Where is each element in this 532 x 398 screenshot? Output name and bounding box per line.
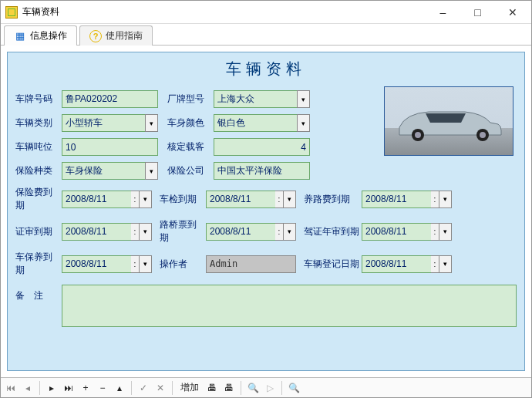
input-operator: Admin [206, 255, 296, 273]
minimize-button[interactable]: – [426, 2, 460, 23]
record-edit-button[interactable]: ▴ [113, 380, 126, 396]
textarea-remark[interactable] [62, 285, 517, 327]
svg-point-3 [480, 132, 486, 138]
tab-info-label: 信息操作 [30, 29, 67, 42]
label-color: 车身颜色 [167, 116, 214, 130]
label-reg-date: 车辆登记日期 [304, 258, 362, 271]
date-lic-due[interactable]: 2008/8/11:▾ [362, 223, 452, 241]
label-cert-due: 证审到期 [15, 225, 62, 238]
info-icon: ▦ [14, 30, 26, 42]
combo-brand[interactable]: 上海大众 ▾ [214, 90, 310, 108]
status-bar: ⏮ ◂ ▸ ⏭ + − ▴ ✓ ✕ 增加 🖶 🖶 🔍 ▷ 🔍 [1, 377, 531, 397]
chevron-down-icon[interactable]: ▾ [297, 90, 310, 108]
label-seats: 核定载客 [167, 140, 214, 153]
tabs: ▦ 信息操作 ? 使用指南 [1, 24, 531, 46]
print-preview-icon[interactable]: 🖶 [222, 381, 236, 395]
nav-prev-button[interactable]: ◂ [21, 380, 35, 396]
combo-color[interactable]: 银白色 ▾ [214, 114, 310, 132]
tab-info[interactable]: ▦ 信息操作 [4, 25, 77, 46]
input-plate[interactable]: 鲁PA020202 [62, 90, 158, 108]
print-icon[interactable]: 🖶 [205, 381, 219, 395]
vehicle-photo [384, 86, 513, 156]
label-road-fee-due: 养路费到期 [304, 193, 362, 206]
help-icon: ? [89, 30, 102, 42]
label-type: 车辆类别 [15, 116, 62, 130]
maximize-button[interactable]: □ [460, 2, 495, 23]
date-check-due[interactable]: 2008/8/11:▾ [206, 191, 296, 208]
play-icon[interactable]: ▷ [263, 381, 277, 395]
chevron-down-icon[interactable]: ▾ [145, 114, 158, 132]
date-reg-date[interactable]: 2008/8/11:▾ [362, 255, 452, 273]
combo-ins-kind[interactable]: 车身保险 ▾ [62, 162, 158, 180]
label-plate: 车牌号码 [15, 93, 62, 106]
input-ins-co[interactable]: 中国太平洋保险 [214, 162, 310, 180]
label-ton: 车辆吨位 [15, 140, 62, 153]
record-delete-button[interactable]: − [96, 380, 109, 396]
add-label: 增加 [177, 381, 202, 394]
nav-last-button[interactable]: ⏭ [62, 380, 76, 396]
label-ins-due: 保险费到期 [15, 186, 62, 212]
date-ins-due[interactable]: 2008/8/11:▾ [62, 191, 152, 208]
label-bridge-due: 路桥票到期 [160, 218, 206, 245]
label-brand: 厂牌型号 [167, 93, 214, 106]
record-commit-button[interactable]: ✓ [136, 380, 150, 396]
label-maint-due: 车保养到期 [15, 251, 62, 277]
title-bar: 车辆资料 – □ ✕ [1, 1, 531, 24]
app-icon [5, 6, 18, 19]
input-seats[interactable]: 4 [214, 138, 310, 156]
combo-type[interactable]: 小型轿车 ▾ [62, 114, 158, 132]
car-icon [392, 98, 506, 144]
tab-guide-label: 使用指南 [106, 29, 143, 42]
record-cancel-button[interactable]: ✕ [153, 380, 167, 396]
window: 车辆资料 – □ ✕ ▦ 信息操作 ? 使用指南 车辆资料 [0, 0, 532, 398]
form-panel: 车辆资料 车牌号码 鲁PA020202 厂牌型号 上海大众 [7, 52, 525, 371]
label-ins-co: 保险公司 [167, 164, 214, 177]
chevron-down-icon[interactable]: ▾ [145, 162, 158, 180]
label-check-due: 车检到期 [160, 193, 206, 206]
label-ins-kind: 保险种类 [15, 164, 62, 177]
label-lic-due: 驾证年审到期 [304, 225, 362, 238]
date-road-fee-due[interactable]: 2008/8/11:▾ [362, 191, 452, 208]
panel-title: 车辆资料 [8, 52, 524, 84]
label-remark: 备 注 [15, 285, 62, 327]
input-ton[interactable]: 10 [62, 138, 158, 156]
workspace: 车辆资料 车牌号码 鲁PA020202 厂牌型号 上海大众 [1, 46, 531, 377]
close-button[interactable]: ✕ [495, 2, 530, 23]
tab-guide[interactable]: ? 使用指南 [79, 25, 153, 46]
date-cert-due[interactable]: 2008/8/11:▾ [62, 223, 152, 241]
zoom-icon[interactable]: 🔍 [287, 381, 301, 395]
nav-first-button[interactable]: ⏮ [4, 380, 18, 396]
date-maint-due[interactable]: 2008/8/11:▾ [62, 255, 152, 273]
record-add-button[interactable]: + [79, 380, 93, 396]
label-operator: 操作者 [160, 258, 206, 271]
nav-next-button[interactable]: ▸ [45, 380, 59, 396]
window-title: 车辆资料 [22, 5, 426, 19]
date-bridge-due[interactable]: 2008/8/11:▾ [206, 223, 296, 241]
chevron-down-icon[interactable]: ▾ [297, 114, 310, 132]
search-icon[interactable]: 🔍 [246, 381, 260, 395]
svg-point-1 [415, 132, 421, 138]
